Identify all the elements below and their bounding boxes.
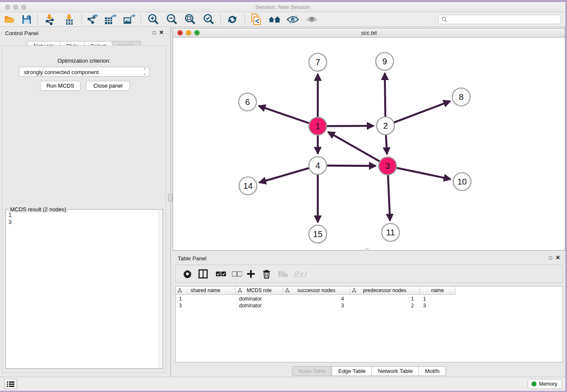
task-history-button[interactable] — [4, 379, 17, 389]
toolbar-separator — [37, 14, 38, 25]
column-header-successor-nodes[interactable]: successor nodes — [283, 287, 350, 295]
node-1[interactable]: 1 — [309, 117, 327, 135]
edge-1-6[interactable] — [259, 106, 310, 124]
columns-icon[interactable] — [198, 268, 208, 280]
table-cell[interactable]: dominator — [236, 295, 283, 302]
float-table-panel-icon[interactable]: □ — [549, 255, 552, 261]
node-3[interactable]: 3 — [379, 157, 396, 175]
edge-2-3[interactable] — [386, 134, 387, 154]
function-builder-label: f(x) — [293, 270, 306, 279]
show-icon[interactable] — [306, 14, 318, 25]
search-input[interactable] — [450, 16, 559, 23]
list-icon — [7, 381, 14, 387]
status-bar: Memory — [0, 377, 565, 391]
table-cell[interactable]: 2 — [350, 302, 420, 309]
zoom-selected-icon[interactable] — [202, 14, 215, 25]
svg-text:11: 11 — [386, 228, 395, 237]
table-cell[interactable]: 3 — [420, 302, 456, 309]
gear-icon[interactable] — [183, 268, 192, 280]
node-8[interactable]: 8 — [452, 88, 470, 106]
memory-label: Memory — [539, 381, 557, 387]
import-table-icon[interactable] — [63, 14, 75, 25]
table-panel: Table Panel □ ✕ — [173, 253, 565, 377]
network-view-window: ✕ – + scc.txt 7968124314101511 — [173, 28, 565, 251]
criterion-dropdown-value: strongly connected component — [24, 69, 99, 75]
export-network-icon[interactable] — [86, 14, 99, 25]
zoom-out-icon[interactable] — [165, 14, 178, 25]
network-graph-canvas[interactable]: 7968124314101511 — [173, 38, 566, 251]
column-header-predecessor-nodes[interactable]: predecessor nodes — [350, 287, 420, 295]
column-header-shared-name[interactable]: shared name — [176, 287, 236, 295]
dropdown-stepper-icon: ⌃⌄ — [143, 68, 146, 76]
select-all-icon[interactable] — [216, 268, 226, 280]
tab-network-table[interactable]: Network Table — [372, 366, 419, 376]
column-header-name[interactable]: name — [420, 287, 456, 295]
svg-text:6: 6 — [245, 97, 250, 107]
edge-2-8[interactable] — [393, 101, 450, 123]
table-row[interactable]: 3dominator323 — [176, 302, 456, 309]
node-2[interactable]: 2 — [377, 117, 394, 135]
edge-3-1[interactable] — [328, 132, 380, 162]
divider-handle[interactable] — [168, 194, 173, 202]
toolbar-separator — [140, 14, 141, 25]
canvas-scroll-thumb[interactable] — [365, 248, 369, 251]
refresh-icon[interactable] — [226, 14, 239, 25]
run-mcds-button[interactable]: Run MCDS — [40, 81, 80, 91]
mcds-result-text[interactable]: 1 3 — [8, 211, 158, 367]
table-cell[interactable]: 3 — [283, 302, 350, 309]
home-icon[interactable] — [268, 14, 281, 25]
network-window-titlebar[interactable]: ✕ – + scc.txt — [173, 28, 565, 38]
import-network-icon[interactable] — [43, 14, 56, 25]
node-9[interactable]: 9 — [376, 52, 394, 70]
table-cell[interactable]: 4 — [283, 295, 350, 302]
table-cell[interactable]: 1 — [350, 295, 420, 302]
open-folder-icon[interactable] — [3, 14, 16, 25]
table-cell[interactable]: 1 — [176, 295, 236, 302]
close-panel-icon[interactable]: ✕ — [159, 29, 164, 36]
duplicate-network-icon[interactable] — [250, 14, 262, 25]
column-header-MCDS-role[interactable]: MCDS role — [236, 287, 283, 295]
edge-3-10[interactable] — [396, 168, 451, 179]
zoom-fit-icon[interactable] — [184, 14, 196, 25]
table-cell[interactable]: 3 — [176, 302, 236, 309]
table-row[interactable]: 1dominator411 — [176, 295, 456, 302]
result-scrollbar[interactable] — [158, 210, 162, 368]
node-15[interactable]: 15 — [309, 225, 327, 243]
table-cell[interactable]: 1 — [420, 295, 456, 302]
tab-motifs[interactable]: Motifs — [419, 366, 446, 376]
edge-2-9[interactable] — [385, 73, 385, 118]
zoom-in-icon[interactable] — [147, 14, 160, 25]
edge-4-14[interactable] — [259, 168, 310, 182]
close-panel-button[interactable]: Close panel — [86, 81, 130, 91]
export-table-icon[interactable] — [104, 14, 117, 25]
memory-button[interactable]: Memory — [528, 379, 562, 389]
float-panel-icon[interactable]: □ — [153, 30, 156, 36]
svg-text:2: 2 — [383, 121, 388, 130]
edge-3-11[interactable] — [388, 174, 390, 221]
tab-edge-table[interactable]: Edge Table — [332, 366, 372, 376]
network-window-title: scc.txt — [173, 30, 565, 36]
trash-icon[interactable] — [263, 268, 270, 280]
tab-node-table[interactable]: Node Table — [292, 366, 333, 376]
deselect-all-icon[interactable] — [232, 268, 242, 280]
table-cell[interactable]: dominator — [236, 302, 283, 309]
node-7[interactable]: 7 — [309, 53, 327, 71]
node-10[interactable]: 10 — [453, 173, 471, 190]
function-builder-icon: f(x) — [293, 268, 306, 280]
hide-icon[interactable] — [286, 14, 299, 25]
save-icon[interactable] — [20, 14, 33, 25]
node-6[interactable]: 6 — [239, 93, 256, 111]
search-field[interactable] — [438, 15, 561, 24]
control-panel-title: Control Panel — [5, 30, 39, 36]
optimization-criterion-label: Optimization criterion: — [3, 58, 165, 64]
edge-4-3[interactable] — [326, 166, 376, 166]
export-image-icon[interactable] — [123, 14, 135, 25]
svg-text:14: 14 — [243, 181, 253, 190]
node-11[interactable]: 11 — [382, 224, 399, 241]
edge-1-2[interactable] — [326, 126, 374, 126]
add-column-icon[interactable] — [247, 268, 255, 280]
criterion-dropdown[interactable]: strongly connected component ⌃⌄ — [19, 67, 149, 77]
node-14[interactable]: 14 — [239, 177, 257, 195]
node-4[interactable]: 4 — [309, 157, 327, 174]
close-table-panel-icon[interactable]: ✕ — [556, 254, 560, 261]
